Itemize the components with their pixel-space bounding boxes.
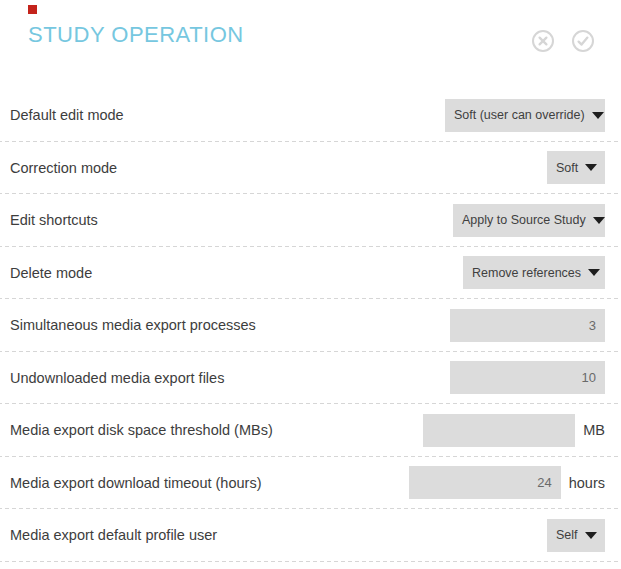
field-label: Simultaneous media export processes xyxy=(10,317,450,333)
settings-form: Default edit mode Soft (user can overrid… xyxy=(0,89,621,562)
chevron-down-icon xyxy=(592,112,604,119)
field-label: Default edit mode xyxy=(10,107,445,123)
form-row-correction-mode: Correction mode Soft xyxy=(0,142,621,195)
selected-value: Remove references xyxy=(472,266,581,280)
media-export-disk-space-threshold-input[interactable] xyxy=(423,414,575,447)
form-row-undownloaded-export-files: Undownloaded media export files xyxy=(0,352,621,405)
field-label: Edit shortcuts xyxy=(10,212,453,228)
correction-mode-select[interactable]: Soft xyxy=(547,151,605,184)
close-icon[interactable] xyxy=(531,29,555,53)
chevron-down-icon xyxy=(588,269,600,276)
selected-value: Self xyxy=(556,528,578,542)
default-edit-mode-select[interactable]: Soft (user can override) xyxy=(445,99,605,132)
field-label: Media export disk space threshold (MBs) xyxy=(10,422,423,438)
form-row-simultaneous-export-processes: Simultaneous media export processes xyxy=(0,299,621,352)
chevron-down-icon xyxy=(593,217,605,224)
chevron-down-icon xyxy=(585,164,597,171)
media-export-download-timeout-input[interactable] xyxy=(409,466,561,499)
selected-value: Soft (user can override) xyxy=(454,108,585,122)
form-row-download-timeout: Media export download timeout (hours) ho… xyxy=(0,457,621,510)
form-row-edit-shortcuts: Edit shortcuts Apply to Source Study xyxy=(0,194,621,247)
header-actions xyxy=(531,29,595,53)
form-row-default-profile-user: Media export default profile user Self xyxy=(0,509,621,562)
page-title: STUDY OPERATION xyxy=(28,22,244,48)
field-label: Delete mode xyxy=(10,265,463,281)
form-row-disk-space-threshold: Media export disk space threshold (MBs) … xyxy=(0,404,621,457)
hours-unit-label: hours xyxy=(569,475,605,491)
edit-shortcuts-select[interactable]: Apply to Source Study xyxy=(453,204,605,237)
red-marker-icon xyxy=(28,5,37,14)
mb-unit-label: MB xyxy=(583,422,605,438)
field-label: Undownloaded media export files xyxy=(10,370,450,386)
confirm-check-icon[interactable] xyxy=(571,29,595,53)
field-label: Media export default profile user xyxy=(10,527,547,543)
chevron-down-icon xyxy=(585,532,597,539)
field-label: Correction mode xyxy=(10,160,547,176)
selected-value: Apply to Source Study xyxy=(462,213,586,227)
simultaneous-media-export-processes-input[interactable] xyxy=(450,309,605,342)
selected-value: Soft xyxy=(556,161,578,175)
form-row-delete-mode: Delete mode Remove references xyxy=(0,247,621,300)
undownloaded-media-export-files-input[interactable] xyxy=(450,361,605,394)
study-operation-panel: STUDY OPERATION Default edit mode Soft (… xyxy=(0,0,621,569)
form-row-default-edit-mode: Default edit mode Soft (user can overrid… xyxy=(0,89,621,142)
field-label: Media export download timeout (hours) xyxy=(10,475,409,491)
media-export-default-profile-user-select[interactable]: Self xyxy=(547,519,605,552)
delete-mode-select[interactable]: Remove references xyxy=(463,256,605,289)
